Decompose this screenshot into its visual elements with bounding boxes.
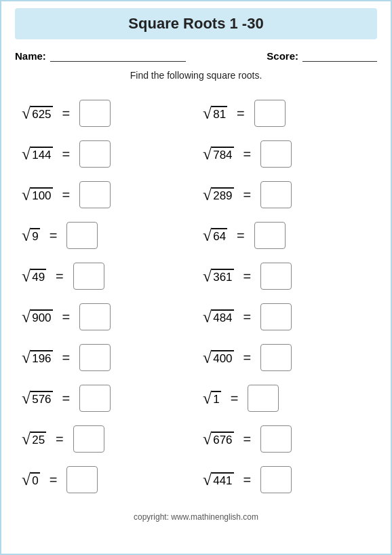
radical-9-right: √ 441 [203,472,234,488]
radical-7-right: √ 1 [203,390,221,406]
answer-box-8-left[interactable] [73,425,104,453]
answer-box-3-right[interactable] [254,222,286,249]
answer-box-9-right[interactable] [260,466,292,493]
answer-box-5-left[interactable] [79,303,111,330]
problem-4-right: √ 361 = [196,256,377,296]
answer-box-4-right[interactable] [260,263,292,290]
problem-7-right: √ 1 = [196,378,377,419]
radical-sign: √ [22,431,31,447]
radical-4-right: √ 361 [203,268,234,284]
radical-sign: √ [203,390,212,406]
radical-sign: √ [22,187,31,203]
equals-sign-3-right: = [237,228,245,244]
radicand-9-left: 0 [31,472,39,488]
radical-0-left: √ 625 [22,105,53,121]
equals-sign-5-left: = [62,309,71,325]
radicand-5-left: 900 [31,309,52,325]
radical-5-left: √ 900 [22,309,53,325]
radical-sign: √ [22,472,31,488]
answer-box-2-left[interactable] [79,181,111,208]
radical-sign: √ [203,349,212,366]
equals-sign-2-left: = [62,187,71,203]
problem-8-right: √ 676 = [196,419,377,459]
radicand-1-right: 784 [212,147,233,162]
radicand-7-right: 1 [212,391,220,406]
radical-sign: √ [203,105,212,121]
problem-9-right: √ 441 = [196,459,377,500]
radical-sign: √ [203,146,212,162]
instructions: Find the following square roots. [15,70,377,81]
equals-sign-7-right: = [231,391,239,406]
radical-3-right: √ 64 [203,227,227,244]
name-label: Name: [15,50,46,62]
problem-2-left: √ 100 = [15,174,196,215]
radicand-6-right: 400 [212,350,233,366]
problem-0-right: √ 81 = [196,93,377,134]
copyright: copyright: www.mathinenglish.com [15,512,377,522]
answer-box-1-left[interactable] [79,140,111,168]
answer-box-8-right[interactable] [260,425,292,453]
problem-7-left: √ 576 = [15,378,196,419]
equals-sign-2-right: = [243,187,252,203]
answer-box-9-left[interactable] [66,466,98,493]
radicand-8-left: 25 [31,432,46,447]
problem-6-right: √ 400 = [196,337,377,378]
name-field-container: Name: [15,50,186,62]
problems-grid: √ 625 = √ 81 = √ 144 = [15,93,377,500]
radical-8-right: √ 676 [203,431,234,447]
equals-sign-0-right: = [237,106,245,121]
equals-sign-8-left: = [56,432,64,447]
answer-box-7-left[interactable] [79,385,111,412]
radicand-0-right: 81 [212,106,227,121]
page-title: Square Roots 1 -30 [128,15,263,32]
answer-box-6-right[interactable] [260,344,292,371]
radical-sign: √ [203,227,212,244]
name-score-row: Name: Score: [15,50,377,62]
radical-sign: √ [22,227,31,244]
radical-6-left: √ 196 [22,349,53,366]
equals-sign-9-left: = [50,472,58,488]
answer-box-6-left[interactable] [79,344,111,371]
answer-box-2-right[interactable] [260,181,292,208]
equals-sign-6-left: = [62,350,71,366]
radicand-2-left: 100 [31,187,52,203]
radical-9-left: √ 0 [22,472,40,488]
score-field-container: Score: [267,50,377,62]
equals-sign-8-right: = [243,432,252,447]
equals-sign-0-left: = [62,106,71,121]
radical-sign: √ [22,268,31,284]
radicand-6-left: 196 [31,350,52,366]
answer-box-0-right[interactable] [254,100,286,127]
title-bar: Square Roots 1 -30 [15,8,377,39]
radical-2-right: √ 289 [203,187,234,203]
radicand-3-right: 64 [212,228,227,244]
answer-box-3-left[interactable] [66,222,98,249]
radical-sign: √ [22,105,31,121]
radical-sign: √ [22,309,31,325]
problem-4-left: √ 49 = [15,256,196,296]
radicand-0-left: 625 [31,106,52,121]
problem-3-right: √ 64 = [196,215,377,256]
answer-box-0-left[interactable] [79,100,111,127]
equals-sign-4-right: = [243,269,252,284]
radical-sign: √ [203,309,212,325]
problem-2-right: √ 289 = [196,174,377,215]
equals-sign-7-left: = [62,391,71,406]
answer-box-7-right[interactable] [248,385,279,412]
problem-5-right: √ 484 = [196,296,377,337]
radicand-7-left: 576 [31,391,52,406]
problem-8-left: √ 25 = [15,419,196,459]
problem-1-left: √ 144 = [15,134,196,174]
answer-box-5-right[interactable] [260,303,292,330]
answer-box-1-right[interactable] [260,140,292,168]
radical-0-right: √ 81 [203,105,227,121]
radical-5-right: √ 484 [203,309,234,325]
name-underline [50,50,186,62]
radicand-5-right: 484 [212,309,233,325]
equals-sign-6-right: = [243,350,252,366]
radicand-3-left: 9 [31,228,39,244]
radical-sign: √ [22,146,31,162]
equals-sign-1-left: = [62,147,71,162]
answer-box-4-left[interactable] [73,263,104,290]
equals-sign-3-left: = [50,228,58,244]
